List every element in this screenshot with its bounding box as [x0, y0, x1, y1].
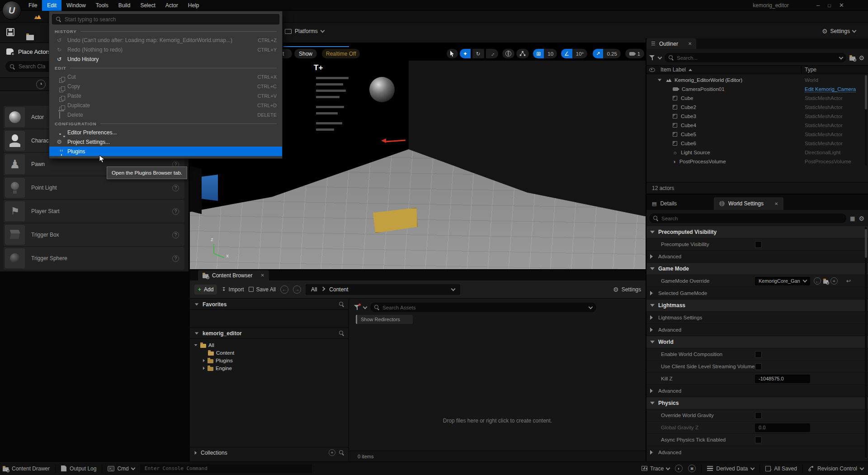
place-actor-item-trigger-sphere[interactable]: Trigger Sphere ? [4, 247, 184, 270]
content-settings-button[interactable]: ⚙Settings [613, 286, 641, 293]
breadcrumb-current[interactable]: Content [329, 286, 348, 293]
menu-select[interactable]: Select [135, 0, 160, 11]
path-breadcrumb[interactable]: All Content [306, 284, 460, 295]
menu-item-redo[interactable]: ↻ Redo (Nothing to redo) CTRL+Y [49, 45, 282, 54]
sort-ascending-icon[interactable] [689, 69, 692, 71]
expander-icon[interactable] [650, 450, 653, 455]
tree-item-plugins[interactable]: Plugins [193, 357, 349, 364]
menu-item-duplicate[interactable]: Duplicate CTRL+D [49, 100, 282, 110]
close-icon[interactable]: ✕ [688, 41, 692, 46]
outliner-header[interactable]: Item Label Type [646, 65, 868, 74]
collections-header[interactable]: Collections + [190, 447, 349, 458]
move-tool-button[interactable]: ✦ [460, 49, 471, 58]
reset-icon[interactable]: ↩ [846, 278, 851, 284]
expander-icon[interactable] [650, 304, 655, 307]
details-tab[interactable]: ▤ Details [646, 197, 682, 210]
advanced-row[interactable]: Advanced [646, 251, 868, 263]
chevron-down-icon[interactable] [451, 286, 456, 291]
chevron-down-icon[interactable] [589, 304, 593, 309]
expander-icon[interactable] [650, 328, 653, 332]
import-button[interactable]: ↧Import [222, 286, 244, 293]
selected-gamemode-row[interactable]: Selected GameMode [646, 287, 868, 299]
grid-snap-control[interactable]: ⊞ 10 [533, 49, 557, 58]
menu-item-editor-preferences[interactable]: Editor Preferences... [49, 128, 282, 137]
select-tool-button[interactable] [447, 49, 458, 58]
menu-item-undo[interactable]: ↺ Undo (Can't undo after: Loading map: K… [49, 35, 282, 45]
scene-blue-object[interactable] [201, 175, 218, 201]
expander-icon[interactable] [195, 303, 198, 305]
section-physics[interactable]: Physics [646, 397, 868, 409]
advanced-row[interactable]: Advanced [646, 324, 868, 336]
expander-icon[interactable] [195, 332, 198, 334]
menu-item-project-settings[interactable]: ⚙ Project Settings... [49, 137, 282, 147]
content-drawer-button[interactable]: Content Drawer [3, 466, 50, 472]
place-actor-item-trigger-box[interactable]: Trigger Box ? [4, 223, 184, 246]
output-log-button[interactable]: Output Log [61, 466, 96, 472]
derived-data-button[interactable]: Derived Data [707, 466, 754, 472]
enable-world-composition-checkbox[interactable] [755, 351, 762, 358]
expander-icon[interactable] [650, 291, 653, 295]
forward-icon[interactable]: → [293, 285, 301, 294]
menu-search[interactable] [52, 14, 279, 24]
place-actor-item-player-start[interactable]: ⚑ Player Start ? [4, 200, 184, 223]
expander-icon[interactable] [650, 341, 655, 343]
visibility-column-icon[interactable] [649, 68, 655, 72]
all-saved-indicator[interactable]: ✓ All Saved [765, 466, 797, 472]
outliner-row-postprocess[interactable]: ◑ PostProcessVolumePostProcessVolume [646, 157, 868, 166]
expander-icon[interactable] [650, 231, 655, 233]
async-physics-tick-checkbox[interactable] [755, 437, 762, 443]
world-settings-search-input[interactable] [661, 216, 842, 221]
trace-button[interactable]: Trace [642, 466, 670, 472]
menu-item-plugins[interactable]: Plugins [49, 147, 282, 156]
section-precomputed-visibility[interactable]: Precomputed Visibility [646, 226, 868, 238]
cmd-selector[interactable]: >_ Cmd [108, 466, 134, 472]
coord-system-button[interactable] [502, 49, 514, 58]
expander-icon[interactable] [658, 79, 661, 81]
outliner-settings-icon[interactable]: ⚙ [859, 55, 864, 61]
menu-search-input[interactable] [65, 16, 275, 23]
recently-placed-icon[interactable] [36, 80, 46, 89]
menu-edit[interactable]: Edit [42, 0, 61, 11]
menu-actor[interactable]: Actor [160, 0, 183, 11]
use-selected-icon[interactable]: ← [814, 277, 821, 285]
asset-search-input[interactable] [382, 305, 586, 310]
outliner-row-cube[interactable]: CubeStaticMeshActor [646, 94, 868, 103]
asset-view-area[interactable]: Show Redirectors Drop files here or righ… [349, 299, 646, 461]
revision-control-button[interactable]: Revision Control [808, 466, 863, 472]
expander-icon[interactable] [650, 315, 653, 320]
surface-snapping-button[interactable] [516, 49, 529, 58]
realtime-badge[interactable]: Realtime Off [322, 49, 360, 58]
save-current-icon[interactable] [6, 28, 14, 36]
search-icon[interactable] [339, 302, 344, 307]
gizmo-x-arrow[interactable] [386, 139, 406, 142]
menu-item-copy[interactable]: Copy CTRL+C [49, 81, 282, 91]
add-collection-icon[interactable]: + [329, 449, 335, 456]
outliner-row-cube6[interactable]: Cube6StaticMeshActor [646, 139, 868, 148]
menu-item-delete[interactable]: Delete DELETE [49, 110, 282, 119]
outliner-search-input[interactable] [677, 55, 836, 61]
edit-camera-link[interactable]: Edit Kemorig_Camera [805, 86, 856, 92]
close-icon[interactable]: ✕ [774, 201, 778, 206]
scene-sphere[interactable] [369, 77, 395, 102]
world-settings-search[interactable] [649, 214, 846, 223]
tree-item-engine[interactable]: Engine [193, 365, 349, 372]
world-settings-tab[interactable]: World Settings ✕ [714, 197, 783, 210]
outliner-row-cube2[interactable]: Cube2StaticMeshActor [646, 103, 868, 112]
filter-icon[interactable] [649, 55, 655, 60]
content-browser-tab[interactable]: Content Browser ✕ [198, 270, 269, 280]
help-icon[interactable]: ? [172, 185, 179, 191]
console-command-input[interactable] [145, 466, 307, 471]
scale-tool-button[interactable]: ↔ [486, 49, 499, 58]
section-lightmass[interactable]: Lightmass [646, 299, 868, 312]
display-options-icon[interactable]: ▦ [850, 215, 855, 222]
expander-icon[interactable] [203, 359, 205, 362]
expander-icon[interactable] [650, 402, 655, 404]
menu-help[interactable]: Help [183, 0, 204, 11]
help-icon[interactable]: ? [172, 232, 179, 238]
expander-icon[interactable] [203, 367, 205, 370]
menu-window[interactable]: Window [61, 0, 91, 11]
outliner-row-camera[interactable]: CameraPosition01 Edit Kemorig_Camera [646, 85, 868, 94]
expander-icon[interactable] [650, 254, 653, 259]
global-gravity-z-input[interactable]: 0.0 [755, 423, 810, 432]
menu-tools[interactable]: Tools [91, 0, 113, 11]
